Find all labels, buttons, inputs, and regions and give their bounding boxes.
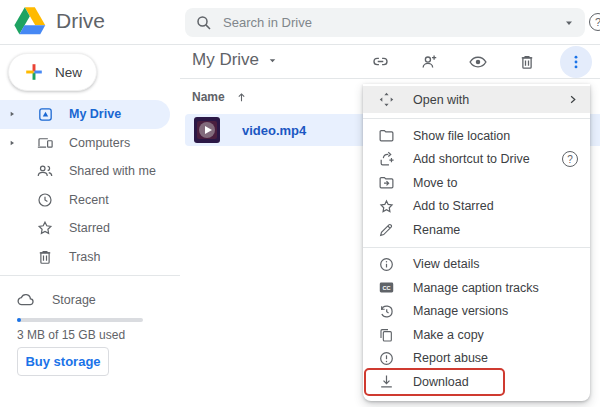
sidebar-item-computers[interactable]: Computers: [0, 129, 180, 158]
app-title: Drive: [56, 9, 105, 33]
sidebar-divider: [0, 275, 180, 276]
menu-item-rename[interactable]: Rename: [363, 218, 590, 242]
top-header: Drive ?: [0, 0, 600, 45]
menu-item-add-to-starred[interactable]: Add to Starred: [363, 195, 590, 219]
people-icon: [35, 162, 55, 180]
menu-item-make-a-copy[interactable]: Make a copy: [363, 323, 590, 347]
breadcrumb-label: My Drive: [192, 50, 259, 70]
video-thumbnail-icon: [194, 117, 220, 143]
drive-logo-icon: [14, 7, 46, 35]
arrow-up-icon: [235, 91, 248, 104]
storage-progress-fill: [17, 318, 21, 322]
history-icon: [377, 303, 395, 320]
sidebar-item-label: Trash: [69, 250, 101, 264]
menu-item-add-shortcut-to-drive[interactable]: Add shortcut to Drive ?: [363, 148, 590, 172]
pencil-icon: [377, 222, 395, 238]
svg-text:CC: CC: [382, 285, 390, 291]
clock-icon: [35, 191, 55, 209]
storage-usage-text: 3 MB of 15 GB used: [17, 328, 125, 342]
drive-logo[interactable]: Drive: [14, 7, 105, 35]
preview-button[interactable]: [462, 46, 494, 78]
menu-item-label: Make a copy: [413, 328, 484, 342]
expand-caret-icon[interactable]: [3, 139, 21, 147]
sidebar-item-recent[interactable]: Recent: [0, 186, 180, 215]
more-vertical-icon: [567, 53, 585, 71]
devices-icon: [35, 134, 55, 152]
menu-divider: [363, 247, 590, 248]
star-icon: [35, 219, 55, 237]
file-name: video.mp4: [242, 123, 306, 138]
menu-item-label: Open with: [413, 93, 469, 107]
open-with-icon: [377, 91, 395, 108]
sidebar-item-storage[interactable]: Storage: [0, 286, 180, 314]
move-to-icon: [377, 174, 395, 191]
new-button[interactable]: New: [8, 53, 97, 91]
breadcrumb[interactable]: My Drive: [192, 50, 278, 70]
sidebar-item-label: My Drive: [69, 107, 121, 121]
new-button-label: New: [55, 65, 82, 80]
sidebar-item-label: Computers: [69, 136, 130, 150]
trash-icon: [518, 53, 536, 71]
menu-item-show-file-location[interactable]: Show file location: [363, 124, 590, 148]
expand-caret-icon[interactable]: [3, 110, 21, 118]
get-link-button[interactable]: [364, 46, 396, 78]
menu-item-label: Download: [413, 375, 469, 389]
star-icon: [377, 198, 395, 215]
menu-item-label: Rename: [413, 223, 460, 237]
copy-icon: [377, 327, 395, 343]
menu-item-download[interactable]: Download: [363, 370, 590, 394]
menu-item-report-abuse[interactable]: Report abuse: [363, 347, 590, 371]
preview-eye-icon: [468, 52, 488, 72]
cc-icon: CC: [377, 279, 395, 296]
menu-item-label: Move to: [413, 176, 457, 190]
more-actions-button[interactable]: [560, 46, 592, 78]
download-icon: [377, 373, 395, 390]
shortcut-help-icon[interactable]: ?: [562, 151, 578, 167]
search-bar[interactable]: [185, 8, 585, 37]
sidebar-nav: My Drive Computers Shared with me: [0, 100, 180, 271]
drive-icon: [35, 106, 55, 123]
menu-item-label: View details: [413, 257, 479, 271]
trash-icon: [35, 248, 55, 266]
sidebar-item-label: Recent: [69, 193, 109, 207]
cloud-icon: [16, 290, 36, 310]
help-icon[interactable]: ?: [589, 13, 600, 31]
sidebar-item-shared-with-me[interactable]: Shared with me: [0, 157, 180, 186]
sidebar-item-my-drive[interactable]: My Drive: [0, 100, 170, 129]
sidebar-item-starred[interactable]: Starred: [0, 214, 180, 243]
google-plus-icon: [23, 61, 45, 83]
name-column-header[interactable]: Name: [192, 90, 248, 104]
menu-item-label: Manage versions: [413, 304, 508, 318]
name-header-label: Name: [192, 90, 225, 104]
chevron-down-icon: [267, 55, 278, 66]
search-options-caret-icon[interactable]: [563, 17, 575, 29]
menu-item-move-to[interactable]: Move to: [363, 171, 590, 195]
report-icon: [377, 350, 395, 367]
search-icon: [195, 14, 213, 32]
file-toolbar: [364, 45, 592, 78]
add-shortcut-icon: [377, 151, 395, 168]
storage-progress-bar: [17, 318, 143, 322]
submenu-chevron-icon: [567, 94, 578, 105]
buy-storage-button[interactable]: Buy storage: [17, 347, 109, 376]
menu-item-label: Add to Starred: [413, 199, 494, 213]
info-icon: [377, 256, 395, 273]
context-menu: Open with Show file location Add shortcu…: [363, 84, 590, 401]
sidebar: New My Drive: [0, 45, 180, 407]
sidebar-item-trash[interactable]: Trash: [0, 243, 180, 272]
menu-item-label: Show file location: [413, 129, 510, 143]
menu-item-view-details[interactable]: View details: [363, 253, 590, 277]
person-add-icon: [420, 52, 439, 71]
header-divider: [180, 78, 600, 79]
delete-button[interactable]: [511, 46, 543, 78]
menu-item-manage-caption-tracks[interactable]: CC Manage caption tracks: [363, 276, 590, 300]
menu-item-label: Add shortcut to Drive: [413, 152, 530, 166]
menu-item-manage-versions[interactable]: Manage versions: [363, 300, 590, 324]
share-button[interactable]: [413, 46, 445, 78]
menu-item-open-with[interactable]: Open with: [363, 86, 590, 113]
menu-item-label: Manage caption tracks: [413, 281, 539, 295]
search-input[interactable]: [223, 15, 557, 30]
sidebar-item-label: Starred: [69, 221, 110, 235]
storage-label: Storage: [52, 293, 96, 307]
folder-icon: [377, 127, 395, 144]
